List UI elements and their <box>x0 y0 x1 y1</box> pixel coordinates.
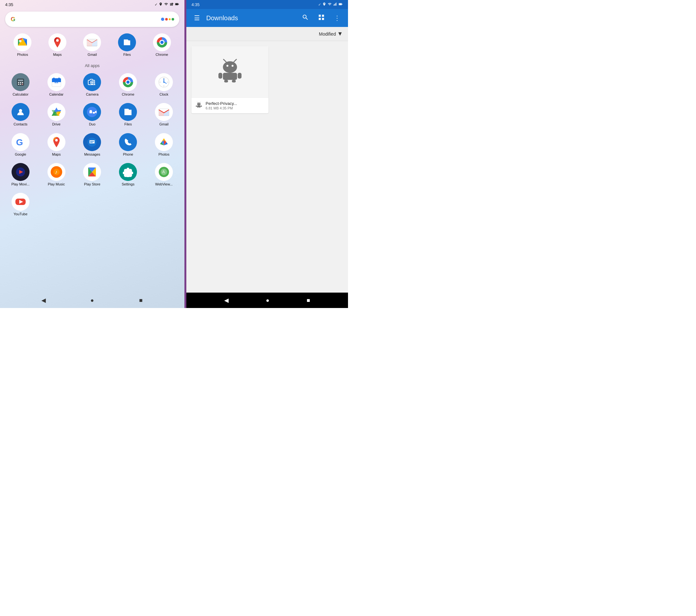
app-camera[interactable]: Camera <box>75 70 110 99</box>
pinned-maps[interactable]: Maps <box>47 31 68 59</box>
search-icon[interactable] <box>299 11 312 25</box>
pinned-files-label: Files <box>123 53 130 57</box>
app-files[interactable]: Files <box>110 100 146 129</box>
pinned-photos-label: Photos <box>17 53 28 57</box>
pinned-files[interactable]: Files <box>117 31 137 59</box>
app-phone[interactable]: Phone <box>110 130 146 159</box>
google-dots <box>161 18 174 21</box>
app-settings[interactable]: Settings <box>110 160 146 189</box>
svg-rect-99 <box>197 107 199 108</box>
app-webview[interactable]: A WebView... <box>146 160 182 189</box>
location-icon <box>159 2 163 7</box>
svg-rect-55 <box>93 112 95 114</box>
app-label-photos: Photos <box>158 153 169 157</box>
menu-icon[interactable]: ☰ <box>191 12 202 25</box>
wifi-icon <box>164 2 169 7</box>
file-card[interactable]: Perfect-Privacy... 6.81 MB 4:35 PM <box>191 46 268 113</box>
svg-point-14 <box>19 40 21 42</box>
pinned-gmail-label: Gmail <box>88 53 97 57</box>
file-info: Perfect-Privacy... 6.81 MB 4:35 PM <box>191 97 268 113</box>
svg-rect-74 <box>334 4 334 6</box>
time-right: 4:35 <box>191 2 200 7</box>
signal-icon <box>170 2 174 7</box>
svg-point-47 <box>168 82 168 82</box>
app-label-gmail: Gmail <box>159 122 169 126</box>
app-contacts[interactable]: Contacts <box>3 100 38 129</box>
pinned-photos[interactable]: Photos <box>12 31 33 59</box>
svg-line-95 <box>200 102 201 102</box>
svg-rect-5 <box>178 4 179 4</box>
app-chrome[interactable]: Chrome <box>110 70 146 99</box>
app-label-drive: Drive <box>52 122 61 126</box>
svg-rect-88 <box>238 73 241 79</box>
recents-button-right[interactable]: ■ <box>306 297 310 304</box>
svg-point-92 <box>198 103 199 104</box>
svg-point-59 <box>55 139 58 142</box>
app-calendar[interactable]: 22 Calendar <box>38 70 75 99</box>
svg-rect-2 <box>172 3 172 6</box>
gmail-icon-wrap <box>83 33 101 51</box>
search-bar[interactable]: G G <box>5 12 179 27</box>
grid-view-icon[interactable] <box>315 11 328 25</box>
svg-text:A: A <box>162 170 165 174</box>
dot-red <box>165 18 168 20</box>
app-photos[interactable]: Photos <box>146 130 182 159</box>
app-drive[interactable]: Drive <box>38 100 75 129</box>
sort-chevron-icon[interactable]: ▼ <box>337 31 343 37</box>
app-label-calculator: Calculator <box>13 92 29 97</box>
pinned-gmail[interactable]: Gmail <box>82 31 102 59</box>
svg-text:♪: ♪ <box>55 169 58 175</box>
app-calculator[interactable]: Calculator <box>3 70 38 99</box>
svg-point-46 <box>160 82 160 82</box>
google-logo: G G <box>10 15 19 24</box>
dot-green <box>172 18 174 20</box>
chrome-icon-wrap <box>153 33 171 51</box>
back-button-left[interactable]: ◀ <box>40 297 47 304</box>
signal-icon-right <box>333 2 337 7</box>
app-label-playmovies: Play Movi... <box>11 182 30 186</box>
svg-point-48 <box>19 109 22 112</box>
page-title: Downloads <box>206 14 296 22</box>
home-button-left[interactable]: ● <box>88 297 96 304</box>
svg-point-45 <box>163 86 164 86</box>
back-button-right[interactable]: ◀ <box>224 297 229 304</box>
app-playmovies[interactable]: Play Movi... <box>3 160 38 189</box>
svg-rect-25 <box>20 82 21 83</box>
svg-point-37 <box>91 82 93 83</box>
dot-blue <box>161 18 164 21</box>
recents-button-left[interactable]: ■ <box>137 297 145 304</box>
svg-point-39 <box>126 80 130 84</box>
app-label-calendar: Calendar <box>49 92 64 97</box>
app-gmail[interactable]: Gmail <box>146 100 182 129</box>
file-meta: 6.81 MB 4:35 PM <box>206 106 265 110</box>
app-maps[interactable]: Maps <box>38 130 75 159</box>
home-button-right[interactable]: ● <box>266 297 269 304</box>
pinned-maps-label: Maps <box>53 53 62 57</box>
app-label-chrome: Chrome <box>122 92 135 97</box>
app-youtube[interactable]: YouTube <box>3 190 38 219</box>
app-messages[interactable]: Messages <box>75 130 110 159</box>
top-bar: ☰ Downloads ⋮ <box>186 9 348 27</box>
app-label-maps: Maps <box>52 153 61 157</box>
android-robot-icon <box>217 57 243 87</box>
svg-rect-35 <box>58 78 60 79</box>
svg-line-85 <box>234 59 236 62</box>
file-grid: Perfect-Privacy... 6.81 MB 4:35 PM <box>186 41 348 293</box>
more-options-icon[interactable]: ⋮ <box>331 12 343 25</box>
svg-rect-89 <box>224 80 228 82</box>
file-thumbnail <box>191 46 268 97</box>
svg-rect-1 <box>171 4 172 6</box>
svg-rect-96 <box>197 105 201 107</box>
app-google[interactable]: G Google <box>3 130 38 159</box>
app-clock[interactable]: Clock <box>146 70 182 99</box>
pinned-apps-row: Photos Maps Gmail Files <box>0 31 185 63</box>
app-duo[interactable]: Duo <box>75 100 110 129</box>
app-playmusic[interactable]: ♪ Play Music <box>38 160 75 189</box>
svg-point-44 <box>163 78 164 79</box>
app-label-youtube: YouTube <box>14 212 27 216</box>
maps-icon-wrap <box>48 33 66 51</box>
file-type-icon <box>195 101 202 110</box>
svg-rect-79 <box>342 4 343 4</box>
app-playstore[interactable]: Play Store <box>75 160 110 189</box>
pinned-chrome[interactable]: Chrome <box>152 31 172 59</box>
